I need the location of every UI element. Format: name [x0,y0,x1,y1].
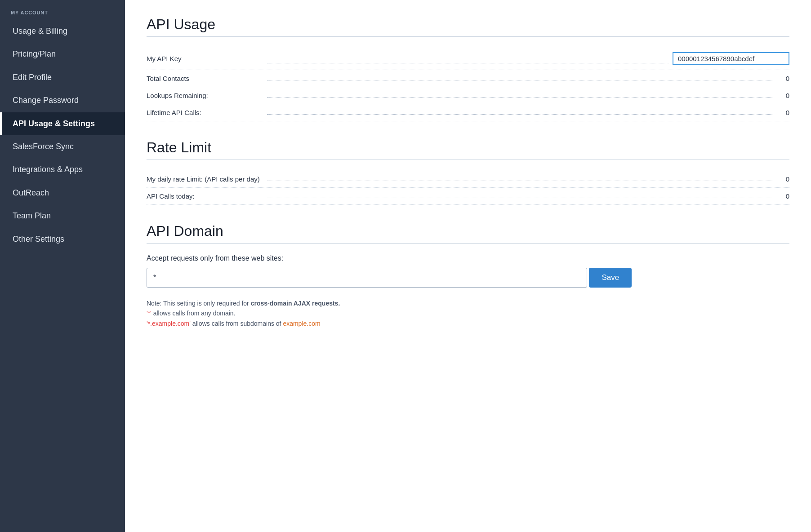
main-content: API Usage My API Key 000001234567890abcd… [125,0,811,532]
daily-rate-limit-row: My daily rate Limit: (API calls per day)… [147,171,789,188]
sidebar-item-pricing-plan[interactable]: Pricing/Plan [0,43,125,66]
lifetime-api-calls-value: 0 [776,109,789,116]
sidebar-item-edit-profile[interactable]: Edit Profile [0,66,125,89]
daily-rate-limit-label: My daily rate Limit: (API calls per day) [147,175,263,183]
sidebar-section-label: MY ACCOUNT [0,0,125,20]
note-line2-red: '*' [147,310,152,317]
rate-limit-divider [147,160,789,160]
api-calls-today-value: 0 [776,192,789,200]
api-domain-divider [147,243,789,244]
daily-rate-limit-dots [267,181,772,181]
rate-limit-title: Rate Limit [147,139,789,156]
api-domain-section: API Domain Accept requests only from the… [147,223,789,328]
daily-rate-limit-value: 0 [776,175,789,183]
api-usage-divider [147,36,789,37]
sidebar-item-usage-billing[interactable]: Usage & Billing [0,20,125,43]
note-line1-prefix: Note: This setting is only required for [147,300,251,307]
rate-limit-section: Rate Limit My daily rate Limit: (API cal… [147,139,789,205]
api-calls-today-dots [267,198,772,198]
api-usage-title: API Usage [147,16,789,33]
total-contacts-row: Total Contacts 0 [147,70,789,87]
api-calls-today-row: API Calls today: 0 [147,188,789,205]
sidebar-item-other-settings[interactable]: Other Settings [0,228,125,251]
total-contacts-label: Total Contacts [147,75,263,82]
api-usage-section: API Usage My API Key 000001234567890abcd… [147,16,789,121]
lifetime-api-calls-label: Lifetime API Calls: [147,109,263,116]
note-line1-bold: cross-domain AJAX requests. [251,300,340,307]
lookups-remaining-label: Lookups Remaining: [147,92,263,99]
sidebar-item-salesforce-sync[interactable]: SalesForce Sync [0,135,125,158]
save-button[interactable]: Save [589,268,632,288]
note-line3-suffix: allows calls from subdomains of [191,320,283,327]
sidebar-item-team-plan[interactable]: Team Plan [0,204,125,227]
lifetime-api-calls-dots [267,114,772,115]
api-key-row: My API Key 000001234567890abcdef [147,48,789,70]
api-key-label: My API Key [147,55,263,62]
api-key-value: 000001234567890abcdef [673,52,789,65]
api-key-dots [267,63,669,63]
api-domain-note: Note: This setting is only required for … [147,298,461,328]
total-contacts-value: 0 [776,75,789,82]
lifetime-api-calls-row: Lifetime API Calls: 0 [147,104,789,121]
note-line3-orange: example.com [283,320,320,327]
api-calls-today-label: API Calls today: [147,192,263,200]
api-domain-input[interactable] [147,268,587,288]
note-line2-suffix: allows calls from any domain. [152,310,236,317]
sidebar-item-integrations-apps[interactable]: Integrations & Apps [0,158,125,181]
sidebar-item-outreach[interactable]: OutReach [0,182,125,204]
api-domain-description: Accept requests only from these web site… [147,254,789,262]
lookups-remaining-value: 0 [776,92,789,99]
api-domain-title: API Domain [147,223,789,239]
lookups-remaining-row: Lookups Remaining: 0 [147,87,789,104]
sidebar-item-change-password[interactable]: Change Password [0,89,125,112]
total-contacts-dots [267,80,772,80]
sidebar: MY ACCOUNT Usage & Billing Pricing/Plan … [0,0,125,532]
sidebar-item-api-usage-settings[interactable]: API Usage & Settings [0,112,125,135]
note-line3-red: '*.example.com' [147,320,191,327]
lookups-remaining-dots [267,97,772,98]
